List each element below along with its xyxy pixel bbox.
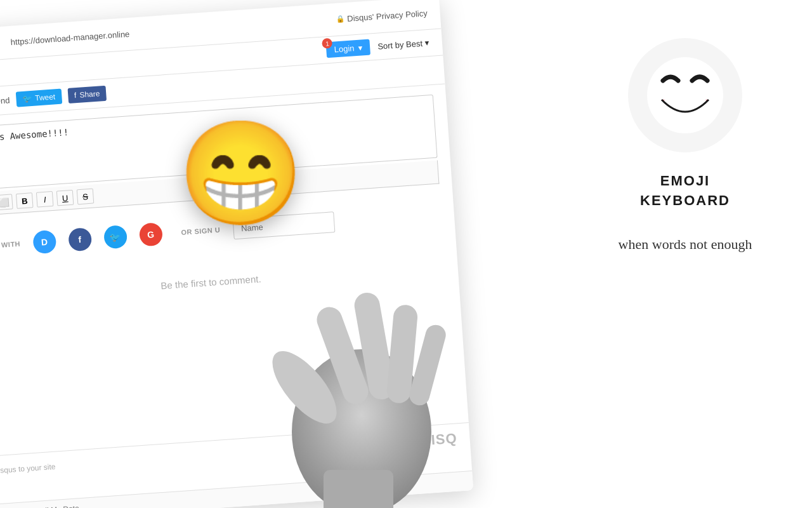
- app-title: EMOJI KEYBOARD: [640, 171, 730, 211]
- hand-element: [222, 190, 539, 508]
- right-panel: EMOJI KEYBOARD when words not enough: [584, 38, 787, 253]
- twitter-login-icon[interactable]: 🐦: [103, 225, 127, 249]
- add-disqus-link[interactable]: t Disqus to your site: [0, 462, 56, 476]
- underline-button[interactable]: U: [56, 190, 74, 206]
- italic-button[interactable]: I: [36, 191, 54, 208]
- login-badge: 1: [322, 38, 332, 49]
- privacy-link[interactable]: 🔒 Disqus' Privacy Policy: [336, 8, 428, 24]
- bold-button[interactable]: B: [16, 192, 34, 209]
- app-tagline: when words not enough: [619, 236, 752, 253]
- share-button[interactable]: f Share: [67, 86, 107, 104]
- lock-icon: 🔒: [336, 15, 345, 23]
- floating-emoji: 😁: [178, 114, 304, 234]
- google-login-icon[interactable]: G: [138, 222, 162, 246]
- facebook-login-icon[interactable]: f: [68, 227, 92, 251]
- emoji-logo-container: [628, 38, 742, 152]
- image-button[interactable]: ⬜: [0, 194, 13, 210]
- strikethrough-button[interactable]: S: [77, 189, 95, 205]
- svg-rect-6: [324, 470, 393, 508]
- twitter-icon: 🐦: [22, 94, 32, 104]
- disqus-url[interactable]: https://download-manager.online: [10, 29, 129, 47]
- privacy-data-link[interactable]: ⚠ ⚠ Do Not Sell My Data: [0, 504, 79, 508]
- facebook-icon: f: [74, 91, 77, 100]
- log-in-with-label: LOG IN WITH: [0, 240, 20, 251]
- image-icon: ⬜: [0, 197, 10, 207]
- svg-point-7: [647, 57, 723, 133]
- sort-button[interactable]: Sort by Best ▾: [377, 38, 430, 51]
- disqus-login-icon[interactable]: D: [32, 230, 56, 254]
- recommend-button[interactable]: Recommend: [0, 95, 10, 108]
- login-button[interactable]: 1 Login ▾: [326, 39, 370, 58]
- tweet-button[interactable]: 🐦 Tweet: [15, 89, 62, 107]
